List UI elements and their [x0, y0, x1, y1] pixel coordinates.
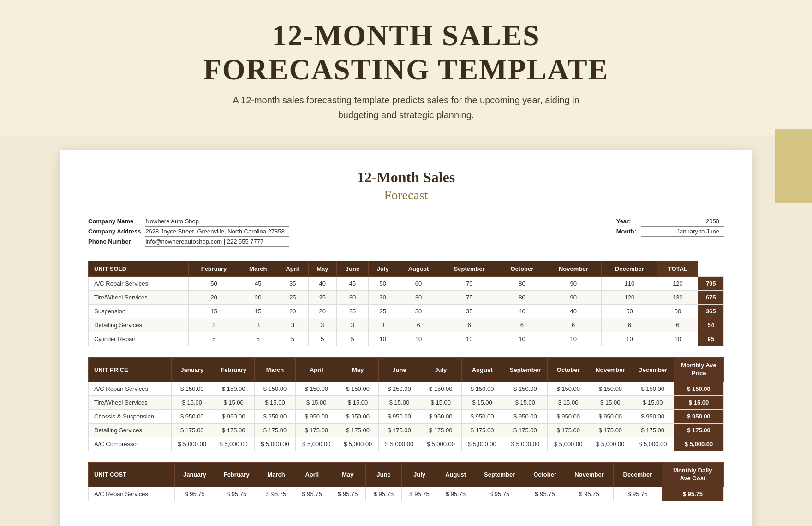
month-header: February	[215, 462, 258, 487]
month-header: July	[420, 358, 461, 382]
monthly-ave-price-value: $ 950.00	[674, 409, 724, 423]
cell-value: $ 15.00	[296, 395, 337, 409]
cell-value: $ 175.00	[171, 423, 213, 437]
cell-value: $ 15.00	[337, 395, 379, 409]
cell-value: $ 150.00	[461, 382, 503, 395]
cell-value: 15	[239, 305, 277, 318]
cell-value: 6	[440, 318, 499, 332]
cell-value: $ 175.00	[548, 423, 589, 437]
cell-value: 10	[499, 332, 545, 346]
cell-value: $ 5,000.00	[589, 437, 632, 451]
cell-value: $ 175.00	[254, 423, 296, 437]
cell-value: 10	[369, 332, 397, 346]
cell-value: $ 175.00	[213, 423, 254, 437]
month-header: April	[296, 358, 337, 382]
unit-sold-header: UNIT SOLD	[89, 261, 189, 277]
cell-value: 5	[277, 332, 308, 346]
cell-value: $ 150.00	[379, 382, 420, 395]
cell-value: $ 950.00	[337, 409, 379, 423]
cell-value: $ 5,000.00	[171, 437, 213, 451]
cell-value: 10	[602, 332, 657, 346]
cell-value: 70	[440, 277, 499, 291]
cell-value: 30	[369, 291, 397, 305]
cell-value: $ 175.00	[296, 423, 337, 437]
month-header: January	[175, 462, 215, 487]
cell-value: 3	[277, 318, 308, 332]
cell-value: $ 175.00	[589, 423, 632, 437]
month-header: October	[525, 462, 565, 487]
unit-cost-header: UNIT COST	[89, 462, 175, 487]
month-header: September	[474, 462, 525, 487]
cell-value: $ 15.00	[548, 395, 589, 409]
cell-value: $ 150.00	[254, 382, 296, 395]
cell-value: 90	[545, 291, 602, 305]
unit-price-header: UNIT PRICE	[89, 358, 172, 382]
cell-value: 10	[397, 332, 440, 346]
cell-value: $ 15.00	[213, 395, 254, 409]
cell-value: $ 5,000.00	[213, 437, 254, 451]
cell-value: $ 15.00	[171, 395, 213, 409]
cell-value: 20	[189, 291, 239, 305]
row-label: A/C Repair Services	[89, 487, 175, 501]
month-header-june: June	[336, 261, 368, 277]
cell-value: 3	[239, 318, 277, 332]
cell-value: 25	[277, 291, 308, 305]
cell-value: 60	[397, 277, 440, 291]
cell-value: $ 95.75	[565, 487, 613, 501]
cell-value: $ 15.00	[461, 395, 503, 409]
company-phone-label: Phone Number	[88, 237, 145, 247]
cell-value: 20	[308, 305, 336, 318]
row-label: Detailing Services	[89, 423, 172, 437]
cell-value: 50	[369, 277, 397, 291]
cell-value: $ 950.00	[296, 409, 337, 423]
cell-value: 50	[189, 277, 239, 291]
cell-value: 15	[189, 305, 239, 318]
cell-value: $ 95.75	[366, 487, 402, 501]
month-header-november: November	[545, 261, 602, 277]
monthly-ave-price-value: $ 175.00	[674, 423, 724, 437]
month-header-september: September	[440, 261, 499, 277]
month-header-march: March	[239, 261, 277, 277]
cell-value: $ 5,000.00	[337, 437, 379, 451]
month-header-october: October	[499, 261, 545, 277]
cell-value: 20	[277, 305, 308, 318]
cell-value: $ 150.00	[171, 382, 213, 395]
month-header-february: February	[189, 261, 239, 277]
cell-value: $ 175.00	[379, 423, 420, 437]
company-right: Year: 2050 Month: January to June	[616, 216, 724, 247]
cell-value: 10	[545, 332, 602, 346]
cell-value: $ 950.00	[254, 409, 296, 423]
cell-value: 5	[239, 332, 277, 346]
doc-title-sub: Forecast	[88, 188, 724, 203]
cell-value: $ 175.00	[420, 423, 461, 437]
cell-value: $ 95.75	[525, 487, 565, 501]
cell-value: 45	[336, 277, 368, 291]
cell-value: $ 950.00	[548, 409, 589, 423]
month-header: September	[503, 358, 548, 382]
month-header: December	[632, 358, 674, 382]
cell-value: $ 15.00	[503, 395, 548, 409]
cell-value: 75	[440, 291, 499, 305]
cell-value: $ 150.00	[337, 382, 379, 395]
cell-value: 80	[499, 277, 545, 291]
month-header: December	[614, 462, 662, 487]
month-header: August	[461, 358, 503, 382]
cell-value: $ 950.00	[589, 409, 632, 423]
row-label: Detailing Services	[89, 318, 189, 332]
row-label: A/C Repair Services	[89, 277, 189, 291]
row-label: Tire/Wheel Services	[89, 395, 172, 409]
month-header: January	[171, 358, 213, 382]
cell-value: 50	[657, 305, 698, 318]
cell-value: $ 95.75	[175, 487, 215, 501]
row-label: A/C Compressor	[89, 437, 172, 451]
cell-value: 120	[657, 277, 698, 291]
cell-value: 6	[602, 318, 657, 332]
cell-value: $ 950.00	[171, 409, 213, 423]
document: 12-Month Sales Forecast Company Name Now…	[60, 150, 752, 526]
cell-value: $ 950.00	[632, 409, 674, 423]
cell-value: $ 950.00	[503, 409, 548, 423]
month-header-august: August	[397, 261, 440, 277]
cell-value: 6	[545, 318, 602, 332]
cell-value: $ 15.00	[379, 395, 420, 409]
cell-value: 6	[499, 318, 545, 332]
